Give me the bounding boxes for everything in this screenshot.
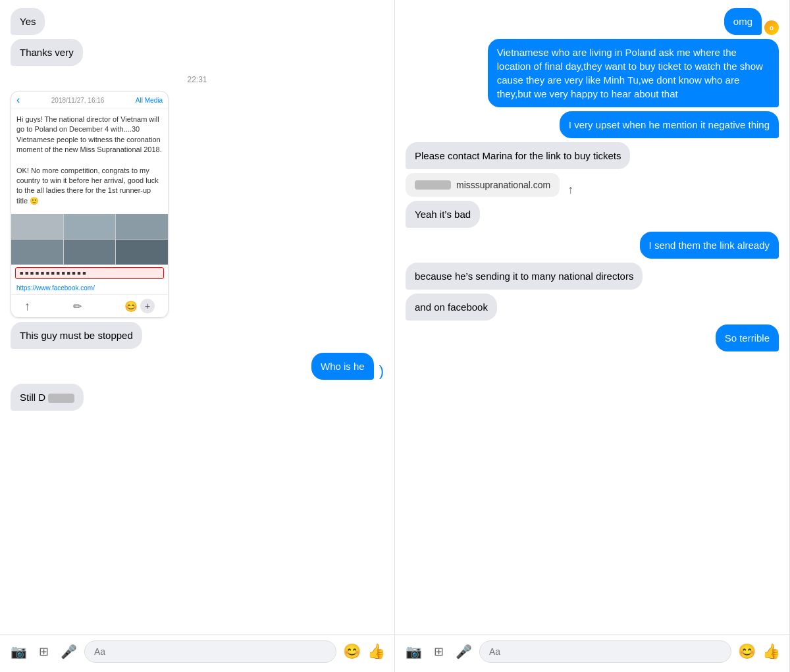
smiley-icon[interactable]: 😊	[124, 300, 138, 313]
reaction-icon: )	[379, 363, 384, 380]
bubble-facebook: and on facebook	[406, 294, 497, 321]
left-chat-area: Yes Thanks very 22:31 ‹ 2018/11/27, 16:1…	[0, 0, 394, 634]
thumb-icon-left[interactable]: 👍	[367, 643, 385, 660]
message-row: Who is he )	[11, 353, 384, 380]
message-row: I very upset when he mention it negative…	[406, 111, 779, 138]
screenshot-date: 2018/11/27, 16:16	[51, 97, 105, 104]
message-input-right[interactable]	[479, 640, 731, 663]
link-text: misssupranational.com	[456, 180, 550, 190]
bubble-who: Who is he	[311, 353, 374, 380]
thumb-icon-right[interactable]: 👍	[762, 643, 780, 660]
message-row: Vietnamese who are living in Poland ask …	[406, 39, 779, 107]
bubble-thanks: Thanks very	[11, 39, 83, 66]
bubble-upset: I very upset when he mention it negative…	[560, 111, 779, 138]
mic-icon-right[interactable]: 🎤	[454, 642, 473, 661]
message-row: Thanks very	[11, 39, 384, 66]
right-chat-panel: omg o Vietnamese who are living in Polan…	[395, 0, 790, 672]
screenshot-highlighted: ■ ■ ■ ■ ■ ■ ■ ■ ■ ■ ■ ■ ■	[15, 267, 164, 279]
right-chat-area: omg o Vietnamese who are living in Polan…	[395, 0, 789, 634]
bottom-bar-left: 📷 ⊞ 🎤 😊 👍	[0, 634, 394, 672]
blurred-name	[48, 394, 74, 403]
bubble-omg: omg	[724, 8, 762, 35]
message-row: So terrible	[406, 324, 779, 351]
all-media-link[interactable]: All Media	[136, 97, 163, 104]
user-avatar: o	[764, 20, 779, 35]
share-icon[interactable]: ↑	[567, 183, 573, 197]
screenshot-card: ‹ 2018/11/27, 16:16 All Media Hi guys! T…	[11, 91, 169, 318]
message-row: This guy must be stopped	[11, 322, 384, 349]
message-input-left[interactable]	[84, 640, 336, 663]
message-row: I send them the link already	[406, 232, 779, 259]
bubble-contact: Please contact Marina for the link to bu…	[406, 142, 630, 169]
mic-icon[interactable]: 🎤	[59, 642, 78, 661]
link-bubble: misssupranational.com	[406, 173, 560, 197]
screenshot-nav: ↑ ✏ 😊 +	[11, 294, 168, 317]
screenshot-text2: OK! No more competition, congrats to my …	[11, 161, 168, 212]
image-icon-right[interactable]: ⊞	[429, 642, 448, 661]
message-row-link: misssupranational.com ↑	[406, 173, 779, 197]
camera-icon[interactable]: 📷	[9, 642, 28, 661]
bubble-yes: Yes	[11, 8, 45, 35]
screenshot-nav-share[interactable]: ↑	[24, 299, 30, 313]
screenshot-text1: Hi guys! The national director of Vietna…	[11, 109, 168, 161]
bubble-terrible: So terrible	[716, 324, 779, 351]
back-icon: ‹	[16, 94, 20, 106]
plus-button[interactable]: +	[140, 299, 155, 313]
smiley-input-icon-left[interactable]: 😊	[343, 643, 361, 660]
message-row: because he’s sending it to many national…	[406, 263, 779, 290]
smiley-input-icon-right[interactable]: 😊	[738, 643, 756, 660]
bubble-still: Still D	[11, 384, 84, 411]
message-row: Yes	[11, 8, 384, 35]
bubble-send: I send them the link already	[640, 232, 779, 259]
screenshot-nav-edit[interactable]: ✏	[73, 300, 82, 313]
bubble-because: because he’s sending it to many national…	[406, 263, 643, 290]
bubble-bad: Yeah it’s bad	[406, 201, 480, 228]
screenshot-images	[11, 214, 168, 265]
image-icon[interactable]: ⊞	[34, 642, 53, 661]
timestamp: 22:31	[11, 75, 384, 84]
message-row: Yeah it’s bad	[406, 201, 779, 228]
message-row-screenshot: ‹ 2018/11/27, 16:16 All Media Hi guys! T…	[11, 91, 384, 318]
camera-icon-right[interactable]: 📷	[404, 642, 423, 661]
message-row: Still D	[11, 384, 384, 411]
message-row-omg: omg o	[406, 8, 779, 35]
bubble-vietnamese: Vietnamese who are living in Poland ask …	[488, 39, 779, 107]
message-row: Please contact Marina for the link to bu…	[406, 142, 779, 169]
bottom-bar-right: 📷 ⊞ 🎤 😊 👍	[395, 634, 789, 672]
message-row: and on facebook	[406, 294, 779, 321]
left-chat-panel: Yes Thanks very 22:31 ‹ 2018/11/27, 16:1…	[0, 0, 395, 672]
screenshot-link[interactable]: https://www.facebook.com/	[11, 282, 168, 294]
bubble-stopped: This guy must be stopped	[11, 322, 142, 349]
blurred-link-prefix	[415, 180, 451, 190]
